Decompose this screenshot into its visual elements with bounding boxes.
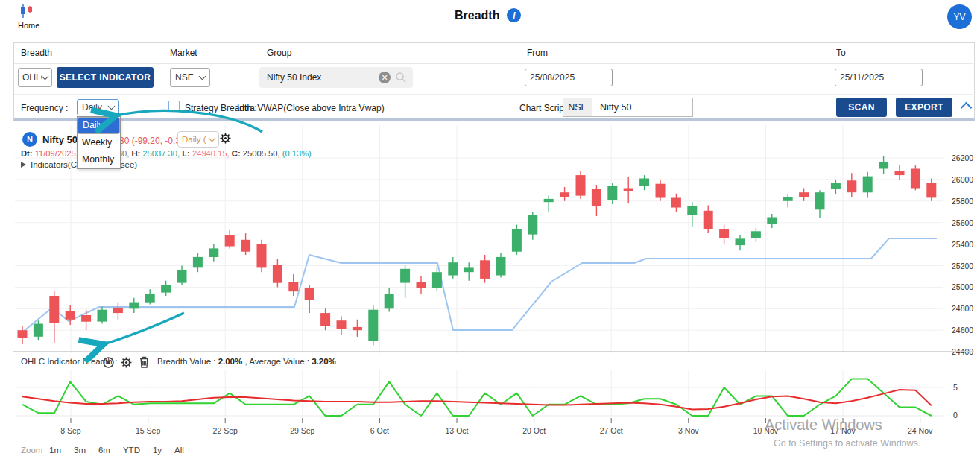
candle — [783, 197, 793, 201]
to-date-value: 25/11/2025 — [840, 72, 884, 83]
interval-chip[interactable]: Daily ( — [177, 131, 219, 148]
frequency-select[interactable]: Daily — [77, 99, 119, 115]
candle — [193, 257, 203, 267]
candle — [576, 175, 586, 196]
frequency-option-weekly[interactable]: Weekly — [78, 134, 120, 151]
y-axis-label: 25200 — [952, 262, 973, 270]
candle — [49, 296, 59, 323]
y-axis-label: 26000 — [952, 175, 973, 184]
candle — [624, 189, 633, 191]
candle — [767, 218, 777, 224]
home-nav[interactable]: Home — [18, 4, 48, 30]
breadth-values-readout: Breadth Value : 2.00% , Average Value : … — [157, 357, 336, 366]
zoom-range-all[interactable]: All — [174, 446, 184, 455]
to-label: To — [836, 48, 846, 58]
candle — [417, 282, 426, 288]
ohlc-readout: Dt: 11/09/2025, O: 24986.30, H: 25037.30… — [21, 149, 312, 158]
lower-y-axis-label: 0 — [953, 411, 958, 419]
from-date-input[interactable]: 25/08/2025 — [525, 69, 613, 86]
frequency-label: Frequency : — [21, 103, 68, 113]
candle — [736, 238, 745, 245]
zoom-bar-label: Zoom — [21, 446, 42, 455]
candle — [751, 231, 761, 238]
candle — [81, 315, 91, 322]
from-label: From — [527, 48, 548, 58]
candle — [385, 294, 394, 308]
candle — [671, 198, 681, 208]
candle — [607, 186, 617, 200]
candle — [863, 177, 873, 193]
indicator-settings-gear-icon[interactable] — [120, 356, 133, 369]
breadth-line-chart[interactable] — [15, 370, 943, 425]
candle — [496, 257, 506, 276]
y-axis-label: 25000 — [952, 282, 973, 291]
candle — [337, 320, 347, 329]
symbol-badge: N — [22, 132, 37, 147]
x-axis-label: 24 Nov — [908, 426, 932, 435]
candle — [926, 183, 936, 197]
candle — [34, 324, 43, 337]
candle — [847, 180, 856, 192]
market-value: NSE — [175, 72, 194, 83]
delete-trash-icon[interactable] — [139, 355, 150, 369]
zoom-range-3m[interactable]: 3m — [74, 446, 86, 455]
candle — [895, 171, 905, 175]
group-search-input[interactable]: Nifty 50 Index ✕ — [259, 67, 413, 88]
scan-button[interactable]: SCAN — [836, 98, 887, 117]
candle — [66, 311, 75, 320]
frequency-value: Daily — [82, 102, 102, 113]
breadth-type-select[interactable]: OHLC — [18, 68, 52, 87]
zoom-range-1y[interactable]: 1y — [153, 446, 162, 455]
frequency-dropdown-menu: DailyWeeklyMonthly — [77, 116, 121, 169]
candle — [544, 199, 554, 202]
from-date-value: 25/08/2025 — [530, 72, 575, 83]
y-axis-label: 24600 — [952, 326, 973, 335]
candle — [592, 189, 601, 206]
clear-search-icon[interactable]: ✕ — [379, 72, 391, 83]
breadth-type-value: OHLC — [22, 72, 42, 83]
y-axis-label: 24800 — [952, 304, 973, 313]
y-axis-label: 25800 — [952, 197, 973, 206]
to-date-input[interactable]: 25/11/2025 — [835, 69, 923, 86]
pane-divider — [13, 351, 974, 352]
info-icon[interactable]: i — [507, 8, 521, 22]
visibility-eye-icon[interactable] — [102, 356, 115, 369]
market-select[interactable]: NSE — [170, 68, 210, 87]
candle — [879, 162, 888, 168]
candle — [687, 206, 697, 215]
candle — [480, 260, 490, 279]
candle — [560, 192, 569, 197]
x-axis-label: 22 Sep — [213, 426, 238, 435]
activate-windows-watermark-sub: Go to Settings to activate Windows. — [774, 438, 920, 449]
average-value-line — [22, 390, 932, 410]
x-axis-label: 29 Sep — [290, 426, 314, 435]
candle — [528, 215, 537, 235]
select-indicator-button[interactable]: SELECT INDICATOR — [57, 67, 154, 88]
candle — [161, 285, 171, 293]
chart-scrip-input[interactable]: Nifty 50 — [592, 98, 693, 117]
chart-settings-gear-icon[interactable] — [219, 132, 232, 145]
home-label: Home — [18, 21, 48, 30]
strategy-breadth-checkbox[interactable] — [168, 101, 180, 112]
candle — [113, 308, 123, 313]
chevron-down-icon — [199, 73, 206, 80]
zoom-range-1m[interactable]: 1m — [49, 446, 61, 455]
export-button[interactable]: EXPORT — [896, 98, 952, 117]
frequency-option-monthly[interactable]: Monthly — [78, 151, 120, 168]
chevron-down-icon — [208, 135, 215, 142]
y-axis-label: 25600 — [952, 218, 973, 227]
candle — [145, 294, 155, 303]
frequency-option-daily[interactable]: Daily — [78, 117, 120, 134]
candle — [209, 248, 218, 257]
candle — [305, 288, 314, 300]
filter-panel — [13, 42, 975, 121]
candle — [353, 327, 362, 330]
candlestick-chart[interactable] — [15, 125, 943, 353]
page-title: Breadth — [455, 9, 499, 22]
zoom-range-ytd[interactable]: YTD — [123, 446, 140, 455]
candle — [225, 235, 235, 247]
zoom-range-6m[interactable]: 6m — [98, 446, 110, 455]
x-axis-label: 8 Sep — [60, 426, 80, 435]
candle — [18, 330, 28, 338]
lower-y-axis-label: 5 — [953, 383, 958, 392]
